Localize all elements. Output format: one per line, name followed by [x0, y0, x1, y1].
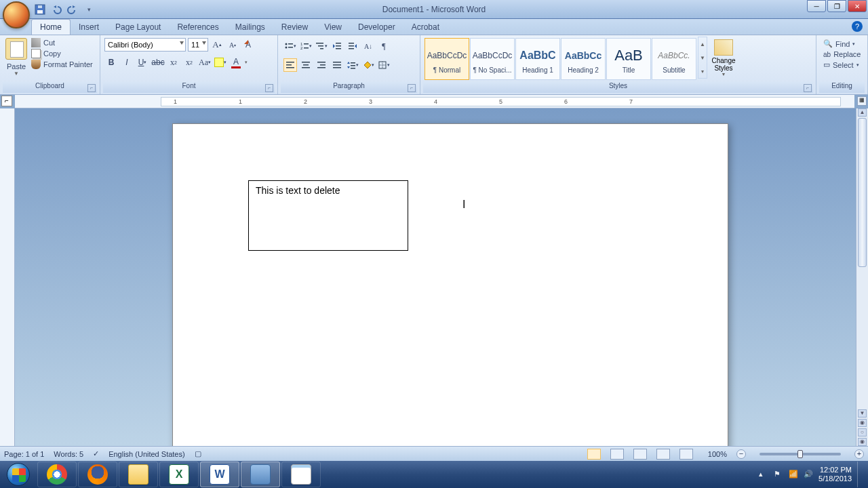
style-item-1[interactable]: AaBbCcDc¶ No Spaci...: [470, 38, 515, 80]
zoom-in-button[interactable]: +: [854, 449, 864, 459]
taskbar-chrome[interactable]: [37, 462, 77, 487]
style-item-3[interactable]: AaBbCcHeading 2: [561, 38, 606, 80]
shrink-font-button[interactable]: A▾: [226, 38, 239, 52]
tab-review[interactable]: Review: [273, 20, 316, 35]
next-page-button[interactable]: ◉: [858, 438, 867, 446]
scroll-up-button[interactable]: ▲: [858, 108, 867, 117]
align-center-button[interactable]: [299, 58, 313, 72]
zoom-out-button[interactable]: −: [736, 449, 746, 459]
redo-icon[interactable]: [66, 3, 79, 16]
zoom-level[interactable]: 100%: [708, 450, 727, 458]
numbering-button[interactable]: 12▾: [299, 39, 313, 53]
style-item-4[interactable]: AaBTitle: [606, 38, 651, 80]
zoom-slider-thumb[interactable]: [797, 450, 803, 458]
full-screen-view-button[interactable]: [610, 449, 624, 460]
browse-object-button[interactable]: ○: [858, 428, 867, 436]
underline-button[interactable]: U▾: [136, 56, 149, 69]
line-spacing-button[interactable]: ▾: [346, 58, 359, 72]
grow-font-button[interactable]: A▴: [210, 38, 224, 52]
office-button[interactable]: [3, 1, 30, 28]
help-button[interactable]: ?: [852, 21, 863, 32]
find-button[interactable]: 🔍Find▾: [823, 39, 861, 48]
undo-icon[interactable]: [50, 3, 62, 16]
tab-page-layout[interactable]: Page Layout: [107, 20, 169, 35]
taskbar-app-2[interactable]: [241, 462, 280, 487]
paste-button[interactable]: Paste ▼: [3, 37, 30, 78]
tab-references[interactable]: References: [169, 20, 226, 35]
bold-button[interactable]: B: [104, 56, 118, 69]
tray-expand-icon[interactable]: ▴: [759, 470, 768, 479]
multilevel-list-button[interactable]: ▾: [315, 39, 328, 53]
italic-button[interactable]: I: [120, 56, 134, 69]
sort-button[interactable]: A↓: [361, 39, 375, 53]
qat-customize-icon[interactable]: ▾: [83, 3, 95, 16]
align-left-button[interactable]: [283, 58, 297, 72]
tab-home[interactable]: Home: [31, 19, 71, 35]
status-words[interactable]: Words: 5: [54, 450, 83, 458]
page[interactable]: I: [172, 123, 728, 446]
taskbar-explorer[interactable]: [119, 462, 158, 487]
shading-button[interactable]: ▾: [361, 58, 375, 72]
select-button[interactable]: ▭Select▾: [823, 60, 861, 69]
font-size-combo[interactable]: 11: [188, 38, 208, 52]
draft-view-button[interactable]: [679, 449, 693, 460]
text-box-content[interactable]: This is text to delete: [249, 181, 408, 200]
status-language[interactable]: English (United States): [108, 450, 185, 458]
style-item-0[interactable]: AaBbCcDc¶ Normal: [425, 38, 469, 80]
proofing-icon[interactable]: ✓: [93, 449, 99, 458]
start-button[interactable]: [0, 461, 37, 488]
tab-mailings[interactable]: Mailings: [227, 20, 273, 35]
styles-gallery[interactable]: AaBbCcDc¶ NormalAaBbCcDc¶ No Spaci...AaB…: [423, 37, 698, 81]
strikethrough-button[interactable]: abc: [151, 56, 165, 69]
change-case-button[interactable]: Aa▾: [198, 56, 212, 69]
clipboard-launcher[interactable]: ⌐: [87, 84, 96, 92]
taskbar-firefox[interactable]: [78, 462, 117, 487]
volume-icon[interactable]: 🔊: [804, 470, 813, 479]
status-page[interactable]: Page: 1 of 1: [4, 450, 44, 458]
tab-insert[interactable]: Insert: [71, 20, 107, 35]
increase-indent-button[interactable]: [346, 39, 359, 53]
minimize-button[interactable]: ─: [807, 0, 826, 12]
format-painter-button[interactable]: Format Painter: [31, 60, 93, 69]
borders-button[interactable]: ▾: [377, 58, 391, 72]
maximize-button[interactable]: ❐: [827, 0, 846, 12]
replace-button[interactable]: abReplace: [823, 50, 861, 58]
font-launcher[interactable]: ⌐: [265, 84, 273, 92]
bullets-button[interactable]: ▾: [283, 39, 297, 53]
superscript-button[interactable]: x2: [182, 56, 196, 69]
horizontal-ruler[interactable]: ⌐ 11234567 ▦: [15, 95, 854, 108]
cut-button[interactable]: Cut: [31, 38, 93, 47]
subscript-button[interactable]: x2: [167, 56, 180, 69]
style-item-5[interactable]: AaBbCc.Subtitle: [652, 38, 696, 80]
justify-button[interactable]: [330, 58, 344, 72]
styles-more-button[interactable]: ▲▼▾: [698, 37, 707, 79]
zoom-slider[interactable]: [760, 453, 841, 455]
action-center-icon[interactable]: ⚑: [774, 470, 783, 479]
web-layout-view-button[interactable]: [633, 449, 647, 460]
paragraph-launcher[interactable]: ⌐: [408, 84, 416, 92]
tab-selector[interactable]: ⌐: [1, 96, 12, 106]
decrease-indent-button[interactable]: [330, 39, 344, 53]
font-name-combo[interactable]: Calibri (Body): [104, 38, 186, 52]
taskbar-word[interactable]: W: [200, 462, 239, 487]
taskbar-excel[interactable]: X: [159, 462, 199, 487]
vertical-scrollbar[interactable]: ▲ ▼ ◉ ○ ◉: [856, 108, 868, 446]
scroll-thumb[interactable]: [858, 118, 867, 267]
print-layout-view-button[interactable]: [587, 449, 601, 460]
show-desktop-button[interactable]: [857, 462, 864, 487]
vertical-ruler[interactable]: [0, 108, 15, 446]
clear-formatting-button[interactable]: A◢: [241, 38, 255, 52]
align-right-button[interactable]: [315, 58, 328, 72]
network-icon[interactable]: 📶: [789, 470, 798, 479]
show-marks-button[interactable]: ¶: [377, 39, 391, 53]
save-icon[interactable]: [34, 3, 46, 16]
taskbar-notepad[interactable]: [281, 462, 321, 487]
macro-record-icon[interactable]: ▢: [195, 449, 201, 458]
tab-developer[interactable]: Developer: [350, 20, 403, 35]
styles-launcher[interactable]: ⌐: [804, 84, 812, 92]
document-area[interactable]: I This is text to delete: [15, 108, 856, 446]
scroll-down-button[interactable]: ▼: [858, 409, 867, 418]
change-styles-button[interactable]: Change Styles ▼: [707, 37, 740, 77]
highlight-button[interactable]: ▾: [214, 56, 227, 69]
style-item-2[interactable]: AaBbCHeading 1: [515, 38, 560, 80]
